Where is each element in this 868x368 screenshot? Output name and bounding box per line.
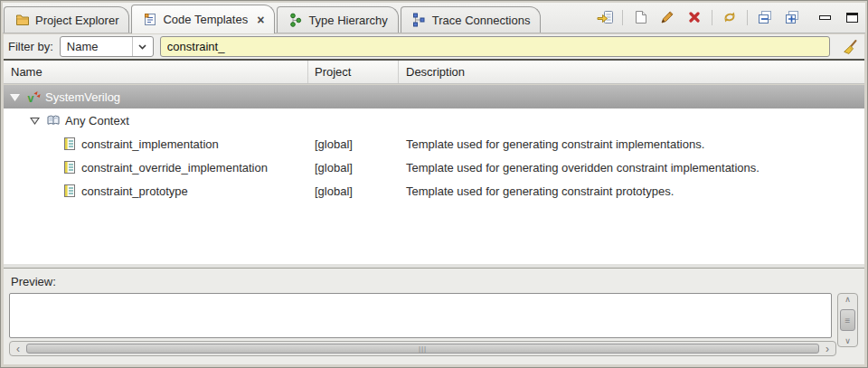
tree-cell-name: constraint_prototype: [4, 184, 308, 198]
filter-field-select[interactable]: Name: [60, 36, 154, 57]
type-hierarchy-icon: [288, 13, 303, 27]
preview-panel: Preview: ∧ ≡ ∨ ‹ ||| ›: [4, 268, 864, 364]
import-template-button[interactable]: [595, 7, 615, 27]
tab-label: Trace Connections: [432, 14, 531, 27]
chevron-down-icon[interactable]: [132, 37, 153, 56]
tab-code-templates[interactable]: Code Templates ×: [131, 5, 275, 33]
expand-all-button[interactable]: [782, 7, 802, 27]
new-template-icon: [634, 10, 647, 24]
tree-row-any-context[interactable]: Any Context: [4, 109, 864, 132]
scroll-down-icon[interactable]: ∨: [844, 336, 851, 345]
column-label: Name: [11, 65, 42, 79]
tab-label: Project Explorer: [35, 14, 118, 27]
toolbar-separator: [747, 10, 748, 25]
maximize-button[interactable]: [842, 7, 862, 27]
column-label: Project: [315, 65, 351, 79]
minimize-icon: [819, 15, 831, 20]
column-label: Description: [406, 65, 465, 79]
template-name: constraint_implementation: [81, 137, 219, 151]
preview-textarea[interactable]: [9, 293, 832, 338]
systemverilog-icon: v: [25, 90, 41, 104]
refresh-button[interactable]: [720, 7, 740, 27]
tree-cell-name: Any Context: [4, 114, 308, 127]
horizontal-scroll-thumb[interactable]: |||: [26, 344, 819, 354]
tab-type-hierarchy[interactable]: Type Hierarchy: [277, 6, 398, 33]
template-item-icon: [61, 137, 77, 150]
tab-label: Code Templates: [163, 13, 248, 26]
grip-icon: ≡: [845, 316, 851, 326]
tree-row-template[interactable]: constraint_implementation [global] Templ…: [4, 132, 864, 156]
close-icon[interactable]: ×: [257, 14, 264, 26]
clear-filter-button[interactable]: [840, 37, 860, 57]
expander-icon[interactable]: [8, 93, 21, 101]
refresh-icon: [722, 10, 738, 24]
template-name: constraint_prototype: [81, 184, 188, 198]
tree-group-label: SystemVerilog: [45, 90, 120, 104]
filter-query-input[interactable]: [160, 36, 830, 57]
column-header-project[interactable]: Project: [308, 61, 399, 83]
toolbar-separator: [622, 10, 623, 25]
edit-template-button[interactable]: [657, 7, 677, 27]
template-project: [global]: [308, 137, 399, 151]
filter-label: Filter by:: [8, 40, 53, 53]
template-project: [global]: [308, 184, 399, 198]
view-toolbar: [595, 7, 862, 27]
trace-connections-icon: [411, 13, 427, 27]
column-header-name[interactable]: Name: [4, 61, 308, 83]
tab-trace-connections[interactable]: Trace Connections: [401, 6, 542, 33]
code-templates-icon: [142, 13, 157, 26]
maximize-icon: [846, 13, 858, 23]
tree-group-label: Any Context: [65, 114, 129, 127]
any-context-icon: [45, 114, 61, 127]
scroll-right-icon[interactable]: ›: [821, 344, 834, 354]
broom-icon: [842, 39, 858, 55]
collapse-all-button[interactable]: [755, 7, 775, 27]
grip-icon: |||: [419, 345, 427, 353]
tab-label: Type Hierarchy: [308, 14, 387, 27]
filter-bar: Filter by: Name: [4, 34, 864, 59]
column-header-description[interactable]: Description: [399, 61, 864, 83]
vertical-scroll-thumb[interactable]: ≡: [840, 309, 855, 331]
table-header: Name Project Description: [4, 61, 864, 84]
delete-template-button[interactable]: [684, 7, 704, 27]
tab-project-explorer[interactable]: Project Explorer: [4, 6, 129, 33]
template-item-icon: [61, 184, 77, 197]
template-tree: v SystemVerilog: [4, 85, 864, 264]
tree-cell-name: v SystemVerilog: [4, 90, 308, 104]
tree-row-template[interactable]: constraint_prototype [global] Template u…: [4, 179, 864, 203]
vertical-scrollbar[interactable]: ∧ ≡ ∨: [837, 293, 858, 347]
template-name: constraint_override_implementation: [81, 161, 268, 175]
toolbar-separator: [712, 10, 712, 25]
template-description: Template used for generating constraint …: [399, 184, 864, 198]
horizontal-scrollbar[interactable]: ‹ ||| ›: [9, 341, 836, 356]
collapse-all-icon: [758, 10, 772, 24]
folder-icon: [14, 14, 30, 26]
tree-cell-name: constraint_override_implementation: [4, 161, 308, 175]
tree-row-template[interactable]: constraint_override_implementation [glob…: [4, 156, 864, 179]
expand-all-icon: [785, 10, 799, 24]
expander-icon[interactable]: [28, 117, 41, 125]
new-template-button[interactable]: [630, 7, 650, 27]
preview-label: Preview:: [11, 275, 56, 288]
delete-template-icon: [688, 11, 701, 24]
filter-field-value: Name: [61, 40, 99, 53]
import-template-icon: [596, 10, 614, 25]
template-project: [global]: [308, 161, 399, 175]
svg-text:v: v: [27, 92, 33, 105]
edit-template-icon: [660, 10, 675, 24]
template-item-icon: [61, 161, 77, 174]
template-description: Template used for generating constraint …: [399, 137, 864, 151]
minimize-button[interactable]: [815, 7, 835, 27]
tree-row-systemverilog[interactable]: v SystemVerilog: [4, 85, 864, 109]
scroll-up-icon[interactable]: ∧: [844, 295, 851, 304]
tree-cell-name: constraint_implementation: [4, 137, 308, 151]
scroll-left-icon[interactable]: ‹: [12, 344, 24, 354]
code-templates-view: Project Explorer Code Templates ×: [0, 0, 868, 368]
template-description: Template used for generating overidden c…: [399, 161, 864, 175]
